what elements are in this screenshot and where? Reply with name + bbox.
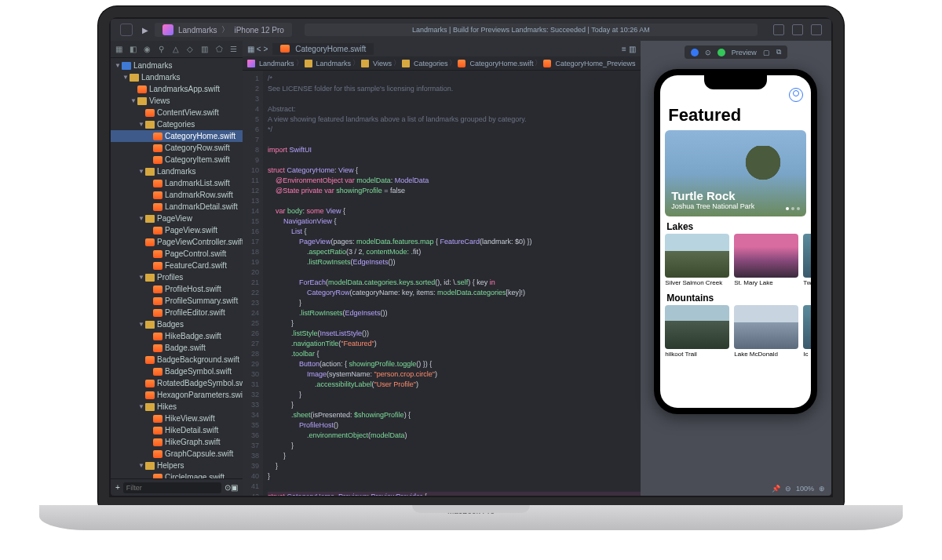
file-row[interactable]: ContentView.swift <box>111 107 243 118</box>
file-row[interactable]: ▼Landmarks <box>111 165 243 177</box>
file-row[interactable]: BadgeBackground.swift <box>111 354 243 365</box>
device-icon[interactable]: ▢ <box>763 49 770 56</box>
app-icon <box>162 24 173 35</box>
related-items-icon[interactable]: ▦ < > <box>243 45 272 53</box>
file-row[interactable]: ▼Views <box>111 95 243 107</box>
file-row[interactable]: ▼Profiles <box>111 271 243 283</box>
preview-zoom[interactable]: 📌 ⊖ 100% ⊕ <box>772 485 825 493</box>
filter-scope-icon[interactable]: ⊙▣ <box>225 483 238 492</box>
category-item[interactable]: Lake McDonald <box>734 305 798 359</box>
scm-icon[interactable]: ◧ <box>130 45 137 54</box>
pin-preview-icon[interactable]: 📌 <box>772 485 780 493</box>
jumpbar-segment[interactable]: Views <box>373 60 392 67</box>
file-row[interactable]: HikeDetail.swift <box>111 424 243 436</box>
debug-icon[interactable]: ▥ <box>201 45 209 54</box>
add-icon[interactable]: + <box>115 483 120 492</box>
folder-icon[interactable]: ▦ <box>115 45 123 54</box>
file-row[interactable]: ProfileHost.swift <box>111 283 243 295</box>
test-icon[interactable]: ◇ <box>187 45 195 54</box>
file-row[interactable]: BadgeSymbol.swift <box>111 365 243 377</box>
file-row[interactable]: LandmarkList.swift <box>111 177 243 189</box>
file-row[interactable]: PageView.swift <box>111 224 243 236</box>
editor-tabbar[interactable]: ▦ < > CategoryHome.swift ≡ ▥ <box>243 41 641 56</box>
jumpbar-segment[interactable]: CategoryHome_Previews <box>555 60 635 67</box>
file-row[interactable]: FeatureCard.swift <box>111 260 243 271</box>
scheme-app: Landmarks <box>178 26 217 35</box>
featured-hero[interactable]: Turtle Rock Joshua Tree National Park <box>665 130 806 216</box>
thumbnail <box>803 305 811 349</box>
file-row[interactable]: HikeBadge.swift <box>111 330 243 342</box>
jump-bar[interactable]: Landmarks〉Landmarks〉Views〉Categories〉Cat… <box>243 56 641 71</box>
zoom-value: 100% <box>796 485 814 493</box>
zoom-in-icon[interactable]: ⊕ <box>819 485 825 493</box>
file-label: LandmarkList.swift <box>165 179 230 187</box>
item-caption: Ic <box>803 349 811 359</box>
category-item[interactable]: hilkoot Trail <box>665 305 729 359</box>
file-row[interactable]: LandmarksApp.swift <box>111 83 243 95</box>
run-button[interactable]: ▶ <box>142 26 148 35</box>
file-row[interactable]: HikeView.swift <box>111 413 243 424</box>
filter-input[interactable] <box>123 482 221 493</box>
file-row[interactable]: CategoryItem.swift <box>111 154 243 165</box>
category-item[interactable]: Twin L <box>803 234 811 288</box>
inspector-toggle-icon[interactable] <box>811 24 822 35</box>
category-item[interactable]: Ic <box>803 305 811 359</box>
jumpbar-segment[interactable]: Categories <box>414 60 448 67</box>
file-row[interactable]: LandmarkRow.swift <box>111 189 243 201</box>
file-row[interactable]: ▼Hikes <box>111 401 243 413</box>
file-row[interactable]: CategoryRow.swift <box>111 142 243 154</box>
page-dots[interactable] <box>786 207 800 210</box>
profile-icon[interactable] <box>789 88 803 102</box>
duplicate-icon[interactable]: ⧉ <box>776 48 781 56</box>
library-icon[interactable] <box>792 24 803 35</box>
zoom-out-icon[interactable]: ⊖ <box>785 485 791 493</box>
file-row[interactable]: PageViewController.swift <box>111 236 243 248</box>
category-row[interactable]: Silver Salmon CreekSt. Mary LakeTwin L <box>660 234 811 288</box>
preview-status-icon <box>717 49 725 56</box>
plus-icon[interactable] <box>773 24 784 35</box>
jumpbar-segment[interactable]: Landmarks <box>259 60 294 67</box>
source-code[interactable]: /* See LICENSE folder for this sample's … <box>263 71 641 496</box>
jumpbar-segment[interactable]: Landmarks <box>316 60 352 67</box>
file-row[interactable]: ProfileSummary.swift <box>111 295 243 307</box>
file-row[interactable]: LandmarkDetail.swift <box>111 201 243 213</box>
category-header: Lakes <box>660 216 811 234</box>
file-row[interactable]: GraphCapsule.swift <box>111 448 243 460</box>
live-preview-icon[interactable] <box>691 49 699 56</box>
report-icon[interactable]: ☰ <box>230 45 238 54</box>
file-row[interactable]: ▼Helpers <box>111 460 243 471</box>
find-icon[interactable]: ⚲ <box>159 45 166 54</box>
symbol-icon[interactable]: ◉ <box>144 45 152 54</box>
editor-options-icon[interactable]: ≡ ▥ <box>617 45 641 53</box>
file-row[interactable]: ▼Landmarks <box>111 60 243 71</box>
file-row[interactable]: ▼PageView <box>111 213 243 224</box>
breakpoint-icon[interactable]: ⬠ <box>216 45 224 54</box>
file-row[interactable]: HikeGraph.swift <box>111 436 243 448</box>
file-row[interactable]: CircleImage.swift <box>111 471 243 478</box>
file-row[interactable]: HexagonParameters.swift <box>111 389 243 401</box>
file-row[interactable]: Badge.swift <box>111 342 243 354</box>
issue-icon[interactable]: △ <box>173 45 181 54</box>
category-row[interactable]: hilkoot TrailLake McDonaldIc <box>660 305 811 359</box>
swift-icon <box>153 450 162 458</box>
preview-toolbar[interactable]: ⊙ Preview ▢ ⧉ <box>685 45 787 59</box>
folder-icon <box>145 321 155 329</box>
file-row[interactable]: PageControl.swift <box>111 248 243 260</box>
file-row[interactable]: ProfileEditor.swift <box>111 307 243 318</box>
jumpbar-segment[interactable]: CategoryHome.swift <box>469 60 533 67</box>
file-tree[interactable]: ▼Landmarks▼LandmarksLandmarksApp.swift▼V… <box>111 58 243 478</box>
category-item[interactable]: Silver Salmon Creek <box>665 234 729 288</box>
editor-tab[interactable]: CategoryHome.swift <box>272 43 374 55</box>
line-gutter[interactable]: 1234567891011121314151617181920212223242… <box>243 71 263 496</box>
file-row[interactable]: CategoryHome.swift <box>111 130 243 142</box>
navigator-tabs[interactable]: ▦ ◧ ◉ ⚲ △ ◇ ▥ ⬠ ☰ <box>111 41 243 58</box>
scheme-selector[interactable]: Landmarks 〉 iPhone 12 Pro <box>155 23 292 37</box>
app-preview[interactable]: Featured Turtle Rock Joshua Tree Nationa… <box>660 75 811 408</box>
pin-icon[interactable]: ⊙ <box>705 49 711 56</box>
file-row[interactable]: ▼Landmarks <box>111 71 243 83</box>
sidebar-toggle-icon[interactable] <box>120 24 133 36</box>
file-row[interactable]: ▼Categories <box>111 118 243 130</box>
file-row[interactable]: ▼Badges <box>111 318 243 330</box>
file-row[interactable]: RotatedBadgeSymbol.swift <box>111 377 243 389</box>
category-item[interactable]: St. Mary Lake <box>734 234 798 288</box>
